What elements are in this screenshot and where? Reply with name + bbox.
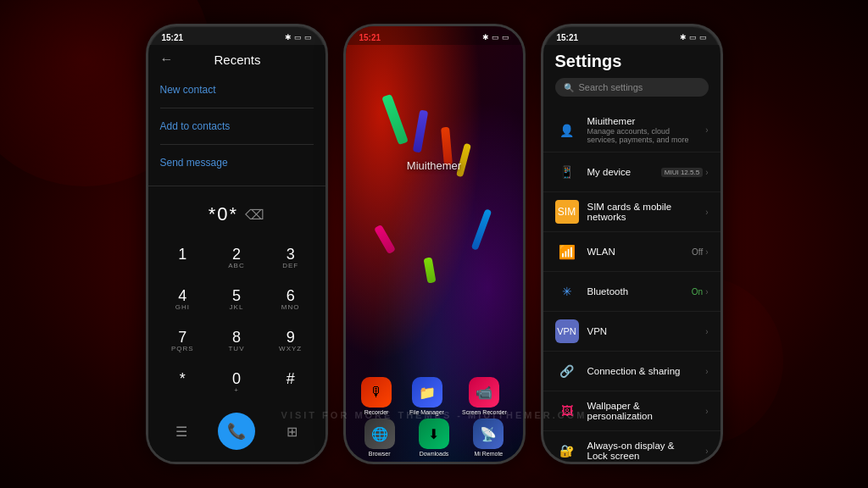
settings-item-lockscreen[interactable]: 🔐 Always-on display & Lock screen › bbox=[543, 431, 721, 462]
key-7-num: 7 bbox=[178, 330, 186, 345]
app-downloads[interactable]: ⬇ Downloads bbox=[419, 419, 449, 457]
sim-content: SIM cards & mobile networks bbox=[587, 202, 698, 222]
status-icons-2: ✱ ▭ ▭ bbox=[482, 33, 509, 42]
settings-item-device[interactable]: 📱 My device MIUI 12.5.5 › bbox=[543, 152, 721, 192]
key-4-num: 4 bbox=[178, 288, 186, 303]
key-1-num: 1 bbox=[178, 247, 186, 262]
key-0[interactable]: 0 + bbox=[210, 363, 263, 402]
menu-icon[interactable]: ☰ bbox=[175, 424, 187, 440]
settings-item-connection[interactable]: 🔗 Connection & sharing › bbox=[543, 352, 721, 391]
key-5-num: 5 bbox=[232, 288, 241, 303]
add-to-contacts-button[interactable]: Add to contacts bbox=[160, 114, 314, 139]
key-6-letters: MNO bbox=[281, 303, 300, 312]
vpn-chevron: › bbox=[705, 327, 708, 336]
bluetooth-settings-icon: ✳ bbox=[555, 280, 579, 303]
browser-icon: 🌐 bbox=[364, 419, 395, 449]
device-right: MIUI 12.5.5 › bbox=[661, 168, 709, 177]
key-9[interactable]: 9 WXYZ bbox=[264, 322, 317, 362]
search-icon: 🔍 bbox=[564, 83, 574, 92]
home-content: 15:21 ✱ ▭ ▭ Miuithemer 🎙 Recorder bbox=[346, 26, 523, 462]
key-2-letters: ABC bbox=[228, 262, 244, 270]
key-4[interactable]: 4 GHI bbox=[157, 280, 209, 320]
key-8-num: 8 bbox=[232, 330, 241, 345]
vpn-right: › bbox=[705, 327, 708, 336]
key-1[interactable]: 1 bbox=[157, 239, 209, 279]
decorative-shape-1 bbox=[381, 94, 409, 145]
decorative-shape-7 bbox=[423, 257, 436, 283]
settings-item-account[interactable]: 👤 Miuithemer Manage accounts, cloud serv… bbox=[543, 108, 721, 152]
divider-2 bbox=[160, 144, 314, 145]
device-icon: 📱 bbox=[555, 160, 579, 184]
status-bar-1: 15:21 ✱ ▭ ▭ bbox=[148, 26, 326, 45]
miui-version-badge: MIUI 12.5.5 bbox=[661, 168, 703, 177]
app-mi-remote[interactable]: 📡 Mi Remote bbox=[473, 419, 504, 457]
account-content: Miuithemer Manage accounts, cloud servic… bbox=[587, 116, 698, 144]
key-3[interactable]: 3 DEF bbox=[264, 239, 317, 279]
key-0-num: 0 bbox=[232, 371, 241, 386]
vpn-content: VPN bbox=[587, 326, 698, 336]
key-2[interactable]: 2 ABC bbox=[210, 239, 263, 279]
device-title: My device bbox=[587, 167, 653, 177]
lockscreen-right: › bbox=[705, 446, 708, 456]
delete-digit-button[interactable]: ⌫ bbox=[245, 207, 264, 223]
settings-title: Settings bbox=[555, 52, 709, 71]
phone-recents: 15:21 ✱ ▭ ▭ ← Recents New contact Add to… bbox=[146, 24, 328, 464]
key-8[interactable]: 8 TUV bbox=[210, 322, 263, 362]
mi-remote-label: Mi Remote bbox=[474, 451, 503, 457]
bluetooth-content: Bluetooth bbox=[587, 286, 683, 297]
dialpad-icon[interactable]: ⊞ bbox=[287, 424, 298, 440]
wlan-content: WLAN bbox=[587, 247, 684, 257]
status-time-2: 15:21 bbox=[359, 33, 381, 42]
account-subtitle: Manage accounts, cloud services, payment… bbox=[587, 127, 698, 144]
key-0-letters: + bbox=[234, 386, 239, 395]
battery-icon-1: ▭ bbox=[294, 33, 302, 42]
app-browser[interactable]: 🌐 Browser bbox=[364, 419, 395, 457]
search-bar[interactable]: 🔍 Search settings bbox=[555, 78, 709, 97]
key-star[interactable]: * bbox=[157, 363, 209, 402]
new-contact-button[interactable]: New contact bbox=[160, 77, 314, 103]
vpn-icon: VPN bbox=[555, 319, 579, 343]
wallpaper-right: › bbox=[705, 407, 708, 416]
settings-item-sim[interactable]: SIM SIM cards & mobile networks › bbox=[543, 192, 721, 232]
device-content: My device bbox=[587, 167, 653, 177]
settings-item-wlan[interactable]: 📶 WLAN Off › bbox=[543, 232, 721, 272]
status-time-3: 15:21 bbox=[557, 33, 579, 42]
connection-right: › bbox=[705, 367, 708, 376]
decorative-shape-5 bbox=[374, 225, 396, 254]
downloads-label: Downloads bbox=[420, 451, 449, 457]
settings-header: Settings 🔍 Search settings bbox=[543, 45, 721, 108]
decorative-shape-2 bbox=[413, 110, 429, 153]
settings-screen: Settings 🔍 Search settings 👤 Miuithemer … bbox=[543, 45, 721, 462]
sim-title: SIM cards & mobile networks bbox=[587, 202, 698, 222]
account-chevron: › bbox=[705, 125, 708, 135]
lockscreen-icon: 🔐 bbox=[555, 439, 579, 462]
recents-actions: New contact Add to contacts Send message bbox=[148, 74, 326, 179]
dial-number: *0* bbox=[209, 203, 238, 225]
bluetooth-icon-3: ✱ bbox=[680, 33, 687, 42]
wallpaper-title: Wallpaper & personalization bbox=[587, 401, 698, 421]
key-9-num: 9 bbox=[287, 330, 295, 345]
key-3-num: 3 bbox=[287, 247, 295, 262]
wallpaper-chevron: › bbox=[705, 407, 708, 416]
account-right: › bbox=[705, 125, 708, 135]
signal-icon-3: ▭ bbox=[699, 33, 707, 42]
settings-item-vpn[interactable]: VPN VPN › bbox=[543, 312, 721, 352]
key-5[interactable]: 5 JKL bbox=[210, 280, 263, 320]
sim-chevron: › bbox=[705, 208, 708, 217]
app-row-2: 🌐 Browser ⬇ Downloads 📡 Mi Remote bbox=[353, 419, 516, 457]
settings-item-bluetooth[interactable]: ✳ Bluetooth On › bbox=[543, 272, 721, 312]
send-message-button[interactable]: Send message bbox=[160, 150, 314, 175]
back-button[interactable]: ← bbox=[160, 52, 174, 67]
connection-content: Connection & sharing bbox=[587, 366, 698, 376]
lockscreen-chevron: › bbox=[705, 446, 708, 456]
recents-title: Recents bbox=[182, 53, 293, 67]
downloads-icon: ⬇ bbox=[419, 419, 449, 449]
status-bar-3: 15:21 ✱ ▭ ▭ bbox=[543, 26, 721, 45]
key-6[interactable]: 6 MNO bbox=[264, 280, 317, 320]
connection-chevron: › bbox=[705, 367, 708, 376]
key-7[interactable]: 7 PQRS bbox=[157, 322, 209, 362]
key-hash[interactable]: # bbox=[264, 363, 317, 402]
bluetooth-chevron: › bbox=[705, 287, 708, 297]
settings-list: 👤 Miuithemer Manage accounts, cloud serv… bbox=[543, 108, 721, 462]
call-button[interactable]: 📞 bbox=[218, 413, 255, 450]
